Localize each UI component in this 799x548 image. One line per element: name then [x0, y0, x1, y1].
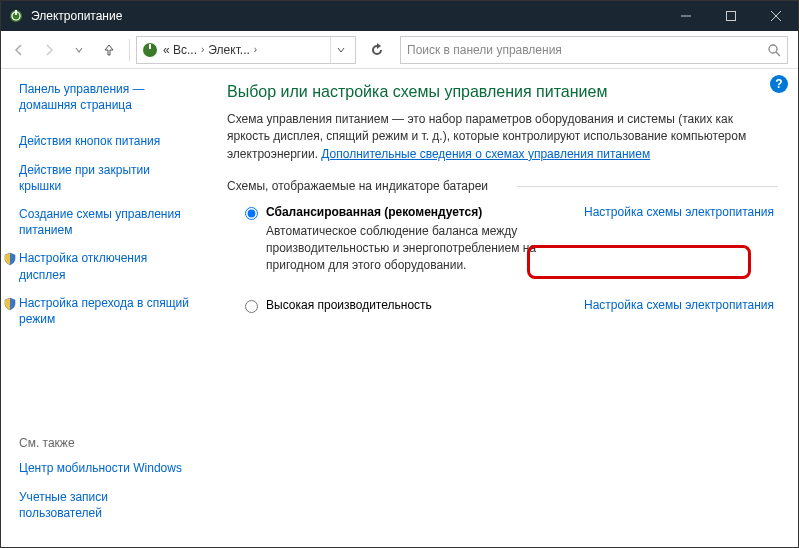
titlebar: Электропитание — [1, 1, 798, 31]
sidebar: Панель управления — домашняя страница Де… — [1, 69, 201, 547]
plan-description: Автоматическое соблюдение баланса между … — [266, 223, 566, 273]
navbar: « Вс... › Элект... › — [1, 31, 798, 69]
sidebar-link-label: Настройка перехода в спящий режим — [19, 296, 189, 326]
power-icon — [141, 41, 159, 59]
sidebar-link-power-buttons[interactable]: Действия кнопок питания — [19, 133, 191, 149]
breadcrumb-part[interactable]: Элект... — [208, 43, 249, 57]
plan-settings-link-high-perf[interactable]: Настройка схемы электропитания — [584, 298, 774, 312]
plan-balanced: Сбалансированная (рекомендуется) Автомат… — [227, 199, 778, 279]
chevron-right-icon[interactable]: › — [201, 44, 204, 55]
window: Электропитание « Вс... › Элект... › Пане… — [0, 0, 799, 548]
sidebar-link-create-plan[interactable]: Создание схемы управления питанием — [19, 206, 191, 238]
search-input[interactable] — [407, 43, 767, 57]
sidebar-link-lid-close[interactable]: Действие при закрытии крышки — [19, 162, 191, 194]
breadcrumb[interactable]: « Вс... › Элект... › — [136, 36, 356, 64]
plan-high-perf: Высокая производительность Настройка схе… — [227, 292, 778, 319]
app-icon — [1, 8, 31, 24]
shield-icon — [3, 297, 17, 311]
window-title: Электропитание — [31, 9, 663, 23]
sidebar-link-display-off[interactable]: Настройка отключения дисплея — [19, 250, 191, 282]
svg-rect-4 — [726, 12, 735, 21]
see-also-section: См. также Центр мобильности Windows Учет… — [19, 436, 191, 533]
maximize-button[interactable] — [708, 1, 753, 31]
plans-group-label: Схемы, отображаемые на индикаторе батаре… — [227, 179, 778, 193]
search-icon[interactable] — [767, 43, 781, 57]
content-area: Панель управления — домашняя страница Де… — [1, 69, 798, 547]
see-also-accounts[interactable]: Учетные записи пользователей — [19, 489, 191, 521]
svg-rect-8 — [149, 44, 151, 49]
help-icon[interactable]: ? — [770, 75, 788, 93]
up-button[interactable] — [95, 36, 123, 64]
svg-point-9 — [769, 45, 777, 53]
main-panel: ? Выбор или настройка схемы управления п… — [201, 69, 798, 547]
sidebar-link-sleep[interactable]: Настройка перехода в спящий режим — [19, 295, 191, 327]
breadcrumb-part[interactable]: « Вс... — [163, 43, 197, 57]
search-box[interactable] — [400, 36, 788, 64]
refresh-button[interactable] — [362, 36, 392, 64]
page-heading: Выбор или настройка схемы управления пит… — [227, 83, 778, 101]
svg-line-10 — [776, 52, 780, 56]
plan-title: Сбалансированная (рекомендуется) — [266, 205, 566, 219]
nav-separator — [129, 39, 130, 61]
plan-radio-balanced[interactable] — [245, 207, 258, 220]
plan-radio-high-perf[interactable] — [245, 300, 258, 313]
recent-dropdown[interactable] — [65, 36, 93, 64]
see-also-mobility[interactable]: Центр мобильности Windows — [19, 460, 191, 476]
page-description: Схема управления питанием — это набор па… — [227, 111, 778, 163]
shield-icon — [3, 252, 17, 266]
back-button[interactable] — [5, 36, 33, 64]
close-button[interactable] — [753, 1, 798, 31]
sidebar-home-link[interactable]: Панель управления — домашняя страница — [19, 81, 191, 113]
chevron-right-icon[interactable]: › — [254, 44, 257, 55]
breadcrumb-dropdown[interactable] — [330, 37, 351, 63]
plan-title: Высокая производительность — [266, 298, 566, 312]
sidebar-link-label: Настройка отключения дисплея — [19, 251, 147, 281]
minimize-button[interactable] — [663, 1, 708, 31]
see-also-label: См. также — [19, 436, 191, 450]
description-link[interactable]: Дополнительные сведения о схемах управле… — [321, 147, 650, 161]
plan-settings-link-balanced[interactable]: Настройка схемы электропитания — [584, 205, 774, 219]
forward-button[interactable] — [35, 36, 63, 64]
